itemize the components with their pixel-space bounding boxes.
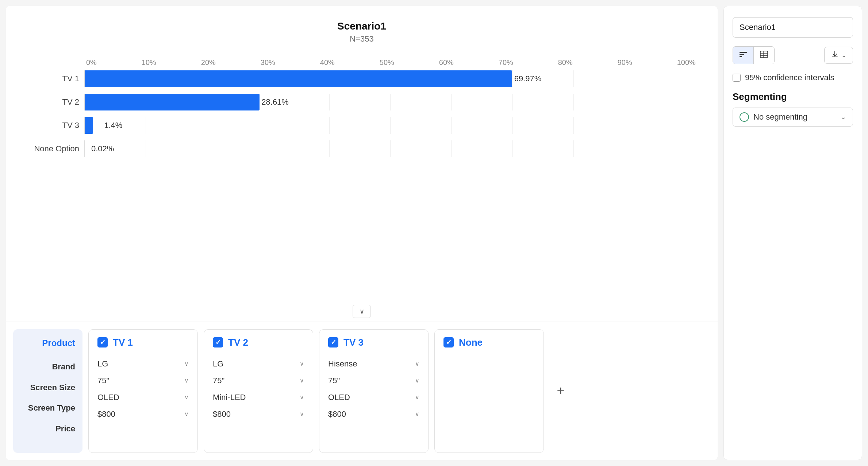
confidence-row: 95% confidence intervals — [733, 73, 853, 82]
product-checkbox[interactable] — [328, 337, 338, 347]
svg-rect-3 — [760, 51, 768, 58]
product-header: None — [443, 337, 535, 351]
grid-line — [696, 140, 696, 157]
chart-subtitle: N=353 — [28, 34, 696, 44]
toolbar-row: ⌄ — [733, 46, 853, 64]
axis-label: 70% — [499, 58, 513, 67]
product-name: None — [459, 337, 483, 348]
chart-container: 0%10%20%30%40%50%60%70%80%90%100% TV 169… — [28, 58, 696, 157]
product-attr-value: 75" — [97, 376, 109, 385]
grid-line — [146, 140, 146, 157]
product-attr-chevron-icon[interactable]: ∨ — [184, 394, 189, 401]
product-attr-row: $800∨ — [328, 409, 419, 419]
product-attr-chevron-icon[interactable]: ∨ — [300, 411, 304, 418]
grid-line — [451, 140, 452, 157]
product-attr-row: 75"∨ — [213, 376, 304, 385]
download-chevron-icon: ⌄ — [841, 52, 846, 59]
product-attr-chevron-icon[interactable]: ∨ — [300, 377, 304, 384]
grid-line — [390, 140, 391, 157]
bar-track: 1.4% — [84, 117, 696, 134]
svg-rect-1 — [740, 54, 744, 55]
bar-row: TV 228.61% — [28, 94, 696, 110]
grid-line — [268, 140, 268, 157]
bar-value: 69.97% — [514, 74, 542, 84]
grid-line — [573, 70, 574, 87]
product-name: TV 1 — [113, 337, 133, 348]
axis-label: 40% — [320, 58, 335, 67]
product-column: TV 3Hisense∨75"∨OLED∨$800∨ — [319, 329, 429, 453]
bar-label: TV 1 — [28, 74, 84, 84]
product-column-header: Product — [20, 338, 75, 351]
product-column: TV 2LG∨75"∨Mini-LED∨$800∨ — [204, 329, 313, 453]
bar-fill: 69.97% — [85, 70, 512, 87]
axis-label: 50% — [380, 58, 394, 67]
segmenting-dropdown[interactable]: No segmenting ⌄ — [733, 108, 853, 127]
product-attr-value: $800 — [97, 409, 115, 419]
bar-fill: 1.4% — [85, 117, 93, 134]
grid-line — [573, 94, 574, 110]
product-attr-chevron-icon[interactable]: ∨ — [184, 377, 189, 384]
product-attr-chevron-icon[interactable]: ∨ — [415, 411, 419, 418]
scenario-name-input[interactable] — [733, 17, 853, 38]
grid-line — [268, 117, 268, 134]
product-attr-row: 75"∨ — [97, 376, 189, 385]
product-name: TV 2 — [228, 337, 248, 348]
view-toggle-group — [733, 46, 775, 64]
grid-line — [146, 117, 146, 134]
product-attr-value: Hisense — [328, 359, 357, 369]
product-attr-value: $800 — [213, 409, 231, 419]
product-checkbox[interactable] — [443, 337, 454, 347]
product-attribute-label: Price — [20, 423, 75, 435]
grid-line — [573, 117, 574, 134]
product-attr-chevron-icon[interactable]: ∨ — [300, 360, 304, 367]
product-attr-chevron-icon[interactable]: ∨ — [415, 377, 419, 384]
bar-label: TV 2 — [28, 97, 84, 107]
product-header: TV 1 — [97, 337, 189, 351]
products-grid: ProductBrandScreen SizeScreen TypePriceT… — [6, 322, 718, 460]
collapse-icon[interactable]: ∨ — [353, 305, 371, 318]
product-attr-row: 75"∨ — [328, 376, 419, 385]
table-view-button[interactable] — [754, 47, 774, 64]
product-attr-chevron-icon[interactable]: ∨ — [184, 360, 189, 367]
axis-label: 80% — [558, 58, 573, 67]
svg-rect-2 — [740, 56, 742, 57]
bar-row: TV 31.4% — [28, 117, 696, 134]
product-attr-chevron-icon[interactable]: ∨ — [415, 394, 419, 401]
confidence-checkbox[interactable] — [733, 74, 741, 82]
grid-line — [207, 140, 207, 157]
product-checkbox[interactable] — [213, 337, 223, 347]
grid-line — [573, 140, 574, 157]
product-attr-value: OLED — [328, 393, 350, 402]
grid-line — [696, 94, 696, 110]
add-product-button[interactable]: + — [550, 329, 572, 453]
segmenting-icon — [740, 112, 749, 122]
grid-line — [451, 117, 452, 134]
grid-line — [329, 140, 330, 157]
bar-row: None Option0.02% — [28, 140, 696, 157]
download-icon — [831, 51, 838, 60]
bar-row: TV 169.97% — [28, 70, 696, 87]
product-checkbox[interactable] — [97, 337, 108, 347]
bar-value: 1.4% — [104, 121, 122, 130]
segmenting-chevron-icon: ⌄ — [841, 113, 846, 121]
segmenting-section: Segmenting No segmenting ⌄ — [733, 91, 853, 127]
axis-labels: 0%10%20%30%40%50%60%70%80%90%100% — [86, 58, 696, 67]
bar-track: 0.02% — [84, 140, 696, 157]
product-labels-column: ProductBrandScreen SizeScreen TypePrice — [13, 329, 82, 453]
right-sidebar: ⌄ 95% confidence intervals Segmenting No… — [723, 6, 862, 460]
product-header: TV 2 — [213, 337, 304, 351]
product-attr-value: $800 — [328, 409, 346, 419]
axis-label: 60% — [439, 58, 454, 67]
axis-label: 20% — [201, 58, 216, 67]
collapse-button[interactable]: ∨ — [6, 301, 718, 322]
product-attr-chevron-icon[interactable]: ∨ — [415, 360, 419, 367]
axis-label: 30% — [261, 58, 275, 67]
product-attr-chevron-icon[interactable]: ∨ — [300, 394, 304, 401]
bar-track: 28.61% — [84, 94, 696, 110]
bar-chart-view-button[interactable] — [733, 47, 754, 64]
main-panel: Scenario1 N=353 0%10%20%30%40%50%60%70%8… — [6, 6, 718, 460]
product-attr-chevron-icon[interactable]: ∨ — [184, 411, 189, 418]
product-attr-row: OLED∨ — [97, 393, 189, 402]
download-button[interactable]: ⌄ — [824, 47, 853, 64]
product-attr-row: $800∨ — [213, 409, 304, 419]
